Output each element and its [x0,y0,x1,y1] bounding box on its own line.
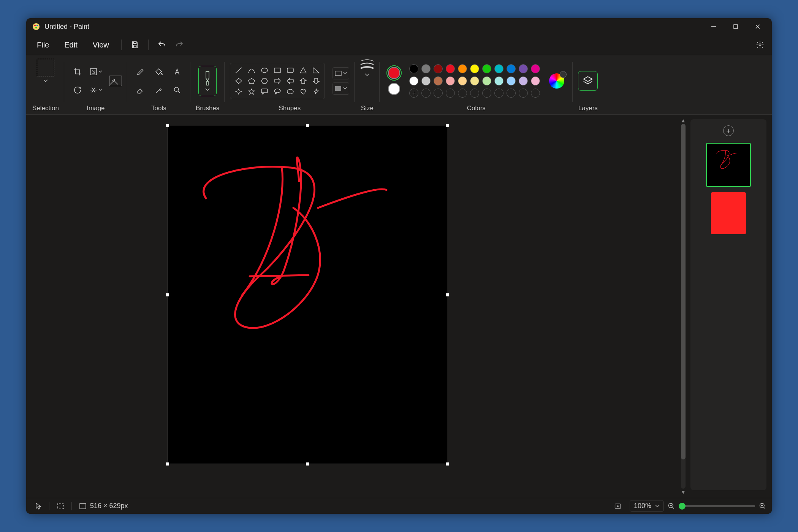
shape-oval-icon[interactable] [260,66,269,74]
zoom-out-button[interactable] [668,502,675,510]
empty-color-swatch[interactable] [494,89,504,98]
color-swatch[interactable] [409,76,418,86]
color-swatch[interactable] [519,64,528,73]
minimize-button[interactable] [703,19,725,34]
empty-color-swatch[interactable] [482,89,491,98]
undo-button[interactable] [154,37,170,53]
shape-cloud-icon[interactable] [286,87,295,96]
color-swatch[interactable] [494,64,504,73]
color-swatch[interactable] [507,64,516,73]
size-button[interactable] [360,59,374,70]
edit-colors-button[interactable] [549,73,564,89]
resize-handle[interactable] [446,124,449,127]
color-swatch[interactable] [434,64,443,73]
empty-color-swatch[interactable] [519,89,528,98]
shape-rect-icon[interactable] [273,66,282,74]
resize-button[interactable] [88,64,104,80]
shapes-gallery[interactable] [230,63,325,99]
rotate-button[interactable] [70,82,86,98]
empty-color-swatch[interactable] [470,89,479,98]
menu-file[interactable]: File [30,38,56,52]
zoom-slider-knob[interactable] [679,503,686,510]
shape-polygon-icon[interactable] [299,66,308,74]
shape-callout-rect-icon[interactable] [260,87,269,96]
menu-view[interactable]: View [86,38,116,52]
resize-handle[interactable] [446,293,449,296]
shape-arrow-right-icon[interactable] [273,77,282,85]
resize-handle[interactable] [166,124,169,127]
empty-color-swatch[interactable] [507,89,516,98]
layers-toggle-button[interactable] [578,71,598,91]
color-swatch[interactable] [409,64,418,73]
canvas-area[interactable] [26,115,680,498]
color-swatch[interactable] [507,76,516,86]
color-swatch[interactable] [531,76,540,86]
shape-lightning-icon[interactable] [312,87,321,96]
color-swatch[interactable] [446,76,455,86]
settings-button[interactable] [752,37,768,53]
resize-handle[interactable] [166,462,169,466]
menu-edit[interactable]: Edit [57,38,84,52]
fill-tool[interactable] [151,64,167,80]
canvas[interactable] [168,126,447,464]
shape-diamond-icon[interactable] [234,77,243,85]
save-button[interactable] [127,37,143,53]
shape-triangle-icon[interactable] [312,66,321,74]
color-swatch[interactable] [434,76,443,86]
brushes-button[interactable] [198,66,217,96]
pencil-tool[interactable] [133,64,149,80]
empty-color-swatch[interactable] [531,89,540,98]
scroll-down-icon[interactable]: ▼ [681,489,686,496]
remove-background-button[interactable] [109,76,122,86]
shape-hexagon-icon[interactable] [260,77,269,85]
empty-color-swatch[interactable] [458,89,467,98]
color-swatch[interactable] [494,76,504,86]
color-swatch[interactable] [519,76,528,86]
shape-arrow-left-icon[interactable] [286,77,295,85]
empty-color-swatch[interactable] [434,89,443,98]
magnifier-tool[interactable] [169,82,185,98]
scrollbar-thumb[interactable] [681,124,686,459]
shape-callout-round-icon[interactable] [273,87,282,96]
eraser-tool[interactable] [133,82,149,98]
empty-color-swatch[interactable] [446,89,455,98]
maximize-button[interactable] [725,19,747,34]
chevron-down-icon[interactable] [365,73,369,76]
resize-handle[interactable] [306,462,309,466]
eyedropper-tool[interactable] [151,82,167,98]
color-swatch[interactable] [470,76,479,86]
layer-thumbnail-2[interactable] [711,192,746,234]
color-swatch[interactable] [482,64,491,73]
select-tool[interactable] [37,59,54,76]
shape-arrow-up-icon[interactable] [299,77,308,85]
empty-color-swatch[interactable] [421,89,431,98]
shape-arrow-down-icon[interactable] [312,77,321,85]
color-swatch[interactable] [421,64,431,73]
redo-button[interactable] [171,37,187,53]
shape-heart-icon[interactable] [299,87,308,96]
color1-swatch[interactable] [388,67,400,79]
zoom-dropdown[interactable]: 100% [630,500,664,512]
shape-pentagon-icon[interactable] [247,77,256,85]
shape-fill-button[interactable] [332,82,349,95]
vertical-scrollbar[interactable]: ▲ ▼ [680,115,687,498]
text-tool[interactable] [169,64,185,80]
add-layer-button[interactable]: ＋ [723,125,734,136]
color-swatch[interactable] [482,76,491,86]
shape-curve-icon[interactable] [247,66,256,74]
color-swatch[interactable] [421,76,431,86]
resize-handle[interactable] [166,293,169,296]
add-color-swatch[interactable] [409,89,418,98]
shape-roundrect-icon[interactable] [286,66,295,74]
fit-screen-button[interactable] [614,502,622,510]
color-swatch[interactable] [458,64,467,73]
scroll-up-icon[interactable]: ▲ [681,117,686,124]
color-swatch[interactable] [531,64,540,73]
chevron-down-icon[interactable] [43,79,48,82]
color2-swatch[interactable] [388,83,400,95]
shape-line-icon[interactable] [234,66,243,74]
resize-handle[interactable] [446,462,449,466]
color-swatch[interactable] [470,64,479,73]
close-button[interactable] [747,19,769,34]
shape-outline-button[interactable] [332,67,349,79]
